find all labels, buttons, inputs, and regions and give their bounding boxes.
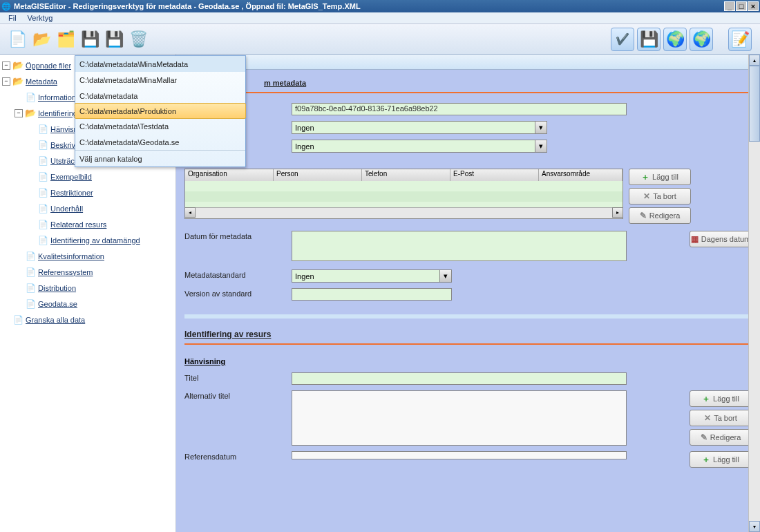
alt-titel-label: Alternativ titel [184, 390, 292, 400]
tree-opened-files[interactable]: Öppnade filer [26, 61, 71, 70]
tree-metadata[interactable]: Metadata [26, 77, 57, 86]
menu-tools[interactable]: Verktyg [22, 13, 59, 23]
refdatum-label: Referensdatum [184, 451, 292, 461]
recent-path-item[interactable]: C:\data\metadata\Testdata [75, 118, 245, 134]
alt-titel-remove-button[interactable]: ✕Ta bort [690, 410, 752, 426]
tree-granska[interactable]: Granska alla data [26, 316, 85, 324]
contact-add-button[interactable]: ＋Lägg till [629, 169, 691, 185]
save-icon: 💾 [105, 30, 124, 48]
toolbar-open[interactable]: 📂 [30, 28, 53, 51]
refdatum-field[interactable] [292, 451, 627, 459]
char-set-select[interactable]: Ingen▾ [292, 121, 547, 134]
tree-underh[interactable]: Underhåll [50, 205, 83, 213]
folder-icon [12, 76, 23, 87]
calendar-icon: ▦ [691, 234, 699, 244]
contact-table[interactable]: Organisation Person Telefon E-Post Ansva… [184, 169, 623, 219]
recent-path-item[interactable]: C:\data\metadata\MinaMallar [75, 72, 245, 88]
toolbar-delete[interactable]: 🗑️ [126, 28, 150, 51]
scroll-left-button[interactable]: ◂ [184, 207, 196, 218]
lang-select[interactable]: Ingen▾ [292, 140, 547, 153]
table-header: Organisation Person Telefon E-Post Ansva… [185, 169, 623, 181]
file-icon [25, 298, 36, 310]
col-tel[interactable]: Telefon [362, 169, 450, 181]
xml-check-icon: ✔️ [616, 32, 629, 46]
toolbar-globe-delete[interactable]: 🌍 [690, 28, 713, 51]
recent-paths-dropdown[interactable]: C:\data\metadata\MinaMetadata C:\data\me… [75, 55, 246, 167]
app-icon: 🌐 [1, 1, 11, 11]
guid-field[interactable]: f09a78bc-0ea0-47d0-8136-71ea6a98eb22 [292, 103, 627, 115]
scroll-right-button[interactable]: ▸ [612, 207, 623, 218]
tree-restr[interactable]: Restriktioner [50, 189, 93, 197]
choose-other-folder[interactable]: Välj annan katalog [75, 151, 245, 167]
minimize-button[interactable]: _ [724, 1, 735, 11]
section-divider [184, 92, 752, 93]
tree-toggle[interactable]: − [2, 61, 10, 70]
menu-file[interactable]: Fil [3, 13, 22, 23]
col-epost[interactable]: E-Post [450, 169, 539, 181]
toolbar-xml-validate[interactable]: ✔️ [611, 28, 634, 51]
toolbar-save-disk[interactable]: 💾 [637, 28, 661, 51]
alt-titel-add-button[interactable]: ＋Lägg till [690, 390, 752, 407]
date-field[interactable] [292, 231, 627, 261]
titel-field[interactable] [292, 372, 627, 385]
tree-exbild[interactable]: Exempelbild [50, 173, 92, 181]
tree-geodata[interactable]: Geodata.se [38, 300, 77, 308]
alt-titel-field[interactable] [292, 390, 627, 446]
x-icon: ✕ [704, 413, 711, 423]
col-org[interactable]: Organisation [185, 169, 274, 181]
vertical-scrollbar[interactable]: ▴ ▾ [748, 55, 760, 532]
tree-relres[interactable]: Relaterad resurs [50, 220, 106, 229]
chevron-down-icon[interactable]: ▾ [535, 122, 547, 133]
tree-refsys[interactable]: Referenssystem [38, 268, 93, 276]
col-ansvar[interactable]: Ansvarsområde [539, 169, 623, 181]
pencil-icon: ✎ [640, 211, 647, 220]
contact-remove-button[interactable]: ✕Ta bort [629, 188, 691, 205]
section-title-info-metadata: m metadata [184, 78, 752, 88]
subsection-hanv: Hänvisning [184, 357, 752, 365]
section-title-ident-res: Identifiering av resurs [184, 330, 752, 339]
contact-label: Metadatakontakt [184, 158, 752, 167]
tree-kvalinfo[interactable]: Kvalitetsinformation [38, 252, 104, 260]
file-icon [25, 92, 36, 103]
scroll-up-button[interactable]: ▴ [749, 55, 760, 66]
file-icon [37, 140, 48, 151]
toolbar-save[interactable]: 💾 [102, 28, 126, 51]
tree-distr[interactable]: Distribution [38, 284, 76, 292]
toolbar-edit-doc[interactable]: 📝 [728, 28, 752, 51]
contact-edit-button[interactable]: ✎Redigera [629, 207, 691, 224]
version-field[interactable] [292, 288, 452, 301]
chevron-down-icon[interactable]: ▾ [439, 270, 451, 282]
date-label: Datum för metadata [184, 231, 292, 240]
table-hscroll[interactable]: ◂ ▸ [185, 207, 623, 218]
recent-path-item-selected[interactable]: C:\data\metadata\Produktion [75, 103, 246, 119]
plus-icon: ＋ [702, 393, 710, 405]
close-button[interactable]: × [748, 1, 759, 11]
delete-file-icon: 🗑️ [129, 30, 148, 48]
standard-select[interactable]: Ingen▾ [292, 269, 452, 283]
toolbar-new[interactable]: 📄 [6, 28, 29, 51]
toolbar-save-as[interactable]: 💾 [78, 28, 102, 51]
today-button[interactable]: ▦Dagens datum [690, 231, 752, 247]
recent-path-item[interactable]: C:\data\metadata\Geodata.se [75, 134, 245, 150]
recent-path-item[interactable]: C:\data\metadata [75, 88, 245, 104]
plus-icon: ＋ [702, 454, 710, 466]
file-icon [37, 124, 48, 135]
tree-toggle[interactable]: − [15, 109, 23, 117]
tree-ident-data[interactable]: Identifiering av datamängd [50, 236, 140, 245]
window-title: MetaGISEditor - Redigeringsverktyg för m… [14, 2, 361, 10]
tree-toggle[interactable]: − [2, 77, 10, 86]
maximize-button[interactable]: □ [736, 1, 747, 11]
chevron-down-icon[interactable]: ▾ [535, 140, 547, 152]
scroll-thumb[interactable] [749, 66, 760, 142]
col-person[interactable]: Person [274, 169, 362, 181]
folder-icon [25, 108, 36, 119]
toolbar-globe-upload[interactable]: 🌍 [663, 28, 687, 51]
alt-titel-edit-button[interactable]: ✎Redigera [690, 429, 752, 446]
toolbar-open-recent[interactable]: 🗂️ [54, 28, 77, 51]
table-body[interactable] [185, 181, 623, 207]
scroll-down-button[interactable]: ▾ [749, 521, 760, 532]
refdatum-add-button[interactable]: ＋Lägg till [690, 451, 752, 468]
globe-delete-icon: 🌍 [692, 30, 711, 48]
recent-path-item[interactable]: C:\data\metadata\MinaMetadata [75, 56, 245, 72]
main-content-scroll[interactable]: m metadata f09a78bc-0ea0-47d0-8136-71ea6… [176, 55, 760, 532]
